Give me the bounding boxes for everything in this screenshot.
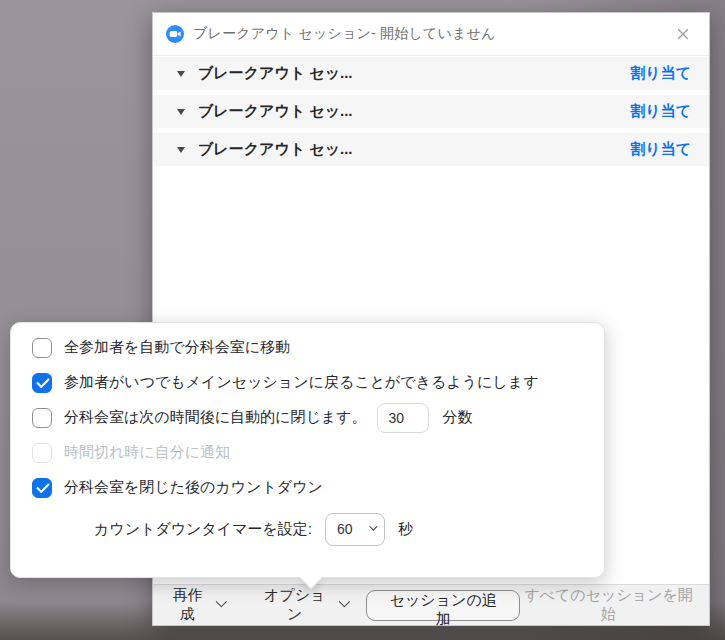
minutes-input[interactable] (377, 403, 429, 433)
chevron-down-icon (369, 522, 377, 530)
add-session-button[interactable]: セッションの追加 (366, 590, 520, 621)
desktop-background: ブレークアウト セッション- 開始していません ブレークアウト セッ... 割り… (0, 0, 725, 640)
session-row[interactable]: ブレークアウト セッ... 割り当て (153, 95, 709, 128)
countdown-seconds-select[interactable]: 60 (325, 513, 385, 546)
session-name: ブレークアウト セッ... (198, 140, 352, 159)
start-all-sessions-button[interactable]: すべてのセッションを開始 (520, 586, 699, 624)
dialog-titlebar: ブレークアウト セッション- 開始していません (153, 13, 709, 56)
recreate-label: 再作成 (166, 586, 209, 624)
close-icon (675, 26, 691, 42)
minutes-suffix: 分数 (442, 408, 472, 427)
checkbox[interactable] (32, 373, 52, 393)
checkbox[interactable] (32, 408, 52, 428)
option-label[interactable]: 全参加者を自動で分科会室に移動 (64, 338, 290, 357)
zoom-video-icon (166, 25, 184, 43)
option-label: 時間切れ時に自分に通知 (64, 443, 230, 462)
dialog-title: ブレークアウト セッション- 開始していません (193, 25, 496, 43)
session-row[interactable]: ブレークアウト セッ... 割り当て (153, 133, 709, 166)
countdown-timer-row: カウントダウンタイマーを設定: 60 秒 (32, 511, 586, 547)
dialog-footer: 再作成 オプション セッションの追加 すべてのセッションを開始 (153, 584, 709, 625)
option-allow-return-main-session: 参加者がいつでもメインセッションに戻ることができるようにします (32, 365, 586, 400)
recreate-menu-button[interactable]: 再作成 (166, 586, 224, 624)
options-popup: 全参加者を自動で分科会室に移動 参加者がいつでもメインセッションに戻ることができ… (10, 322, 605, 578)
options-menu-button[interactable]: オプション (258, 586, 346, 624)
assign-link[interactable]: 割り当て (630, 140, 691, 159)
expand-triangle-icon[interactable] (177, 109, 185, 115)
close-button[interactable] (670, 21, 696, 47)
option-label[interactable]: 分科会室は次の時間後に自動的に閉じます。 (64, 408, 366, 427)
checkbox[interactable] (32, 338, 52, 358)
options-label: オプション (258, 586, 332, 624)
assign-link[interactable]: 割り当て (630, 64, 691, 83)
countdown-timer-label: カウントダウンタイマーを設定: (94, 520, 312, 539)
option-auto-close-after-time: 分科会室は次の時間後に自動的に閉じます。 分数 (32, 400, 586, 435)
expand-triangle-icon[interactable] (177, 147, 185, 153)
option-move-all-participants: 全参加者を自動で分科会室に移動 (32, 330, 586, 365)
seconds-suffix: 秒 (398, 520, 413, 539)
selected-value: 60 (337, 521, 353, 537)
expand-triangle-icon[interactable] (177, 71, 185, 77)
session-row[interactable]: ブレークアウト セッ... 割り当て (153, 57, 709, 90)
chevron-down-icon (338, 596, 349, 607)
session-name: ブレークアウト セッ... (198, 102, 352, 121)
checkbox[interactable] (32, 478, 52, 498)
option-countdown-after-close: 分科会室を閉じた後のカウントダウン (32, 470, 586, 505)
checkbox (32, 443, 52, 463)
option-label[interactable]: 分科会室を閉じた後のカウントダウン (64, 478, 323, 497)
session-name: ブレークアウト セッ... (198, 64, 352, 83)
option-label[interactable]: 参加者がいつでもメインセッションに戻ることができるようにします (64, 373, 539, 392)
assign-link[interactable]: 割り当て (630, 102, 691, 121)
session-list: ブレークアウト セッ... 割り当て ブレークアウト セッ... 割り当て ブレ… (153, 57, 709, 166)
option-notify-on-timeout: 時間切れ時に自分に通知 (32, 435, 586, 470)
chevron-down-icon (216, 596, 227, 607)
